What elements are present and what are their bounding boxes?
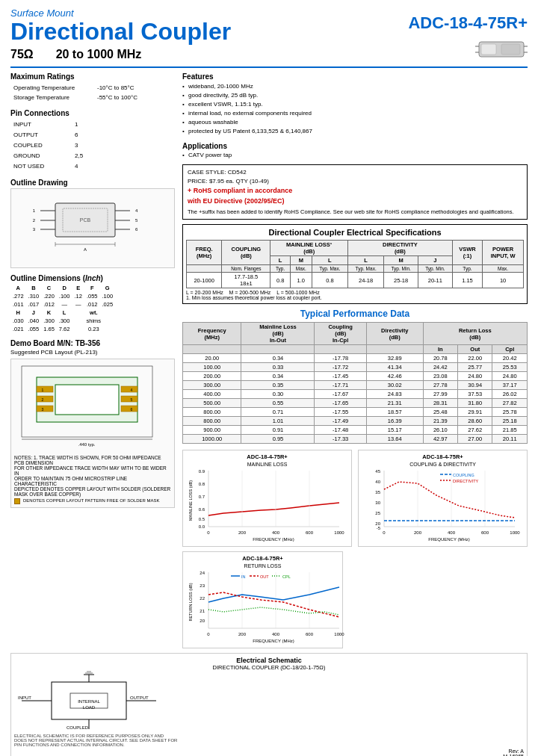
coupling-directivity-svg: 45 40 35 30 25 20 -5 0 200 400 600 1000 — [362, 467, 522, 542]
th-l1: L — [270, 256, 290, 265]
spec-freq: 20-1000 — [187, 273, 222, 288]
freq-range: 20 to 1000 MHz — [56, 48, 142, 61]
table-row: .011 .017 .012 — — .012 .025 — [10, 300, 115, 309]
applications-title: Applications — [182, 142, 528, 150]
svg-text:3: 3 — [33, 227, 36, 232]
svg-text:400: 400 — [272, 632, 280, 636]
outline-drawing-title: Outline Drawing — [10, 179, 175, 187]
svg-text:20: 20 — [200, 619, 205, 623]
svg-text:400: 400 — [272, 530, 280, 535]
svg-text:1000: 1000 — [510, 530, 520, 535]
table-row: 300.000.35-17.7130.0227.7830.9437.17 — [183, 381, 528, 390]
table-row: 1000.000.95-17.3313.6442.9727.0020.11 — [183, 435, 528, 444]
dim-j-label: J — [26, 309, 42, 317]
rohs-line1: + RoHS compliant in accordance — [188, 186, 522, 196]
pcb-legend: DENOTES COPPER LAYOUT PATTERN FREE OF SO… — [14, 498, 171, 504]
svg-text:45: 45 — [375, 469, 380, 474]
dim-g-label: G — [99, 284, 115, 292]
th-perf-empty2 — [241, 345, 315, 354]
electrical-schematic-box: Electrical Schematic DIRECTIONAL COUPLER… — [10, 653, 528, 756]
th-typm: Typ. Max. — [312, 265, 347, 273]
svg-text:INPUT: INPUT — [18, 695, 31, 700]
svg-text:200: 200 — [238, 632, 247, 636]
table-cell: 24.80 — [492, 372, 528, 381]
dim-e-label: E — [72, 284, 84, 292]
dim-h-label: H — [10, 309, 26, 317]
th-m1: M — [290, 256, 312, 265]
pin-notused-label: NOT USED — [12, 162, 72, 171]
pin-notused-val: 4 — [73, 162, 173, 171]
table-cell: 27.62 — [458, 426, 492, 435]
table-row: 200.000.34-17.4542.4623.0824.8024.80 — [183, 372, 528, 381]
svg-text:21: 21 — [200, 609, 205, 613]
table-cell: 25.48 — [423, 408, 457, 417]
left-column: Maximum Ratings Operating Temperature -1… — [10, 72, 175, 648]
svg-text:FREQUENCY (MHz): FREQUENCY (MHz) — [253, 639, 294, 643]
top-content: Maximum Ratings Operating Temperature -1… — [10, 72, 528, 648]
spec-dir-m: 25-18 — [384, 273, 418, 288]
list-item: excellent VSWR, 1.15:1 typ. — [182, 100, 528, 109]
table-row: 900.000.91-17.4815.1726.1027.6221.85 — [183, 426, 528, 435]
table-cell: 13.64 — [366, 435, 423, 444]
perf-title: Typical Performance Data — [182, 309, 528, 319]
schematic-svg: INTERNAL LOAD INPUT OUTPUT COUPLED — [14, 671, 164, 731]
list-item: aqueous washable — [182, 118, 528, 127]
dimensions-title: Outline Dimensions (Inch) — [10, 274, 175, 282]
svg-text:.440 typ.: .440 typ. — [78, 442, 95, 447]
svg-text:600: 600 — [481, 530, 489, 535]
table-cell: 900.00 — [183, 426, 241, 435]
svg-text:0: 0 — [383, 530, 386, 535]
table-cell: 16.39 — [366, 417, 423, 426]
table-row: 100.000.33-17.7241.3424.4225.7725.53 — [183, 363, 528, 372]
svg-text:200: 200 — [414, 530, 422, 535]
rl-in-line — [208, 587, 339, 602]
th-min: Typ. Min. — [384, 265, 418, 273]
dim-g-val: .100 — [99, 292, 115, 300]
pin-ground-label: GROUND — [12, 152, 72, 161]
svg-text:CPL: CPL — [282, 574, 291, 579]
table-cell: 21.39 — [423, 417, 457, 426]
th-perf-freq: Frequency(MHz) — [183, 323, 241, 345]
table-cell: -17.71 — [315, 381, 366, 390]
pin-connections-section: Pin Connections INPUT 1 OUTPUT 6 COUPLED… — [10, 109, 175, 173]
table-cell: 37.53 — [458, 390, 492, 399]
performance-table: Frequency(MHz) Mainline Loss(dB)In-Out C… — [182, 322, 528, 444]
dim-l-tol: 7.62 — [57, 325, 72, 333]
table-cell: -17.72 — [315, 363, 366, 372]
pin-output-val: 6 — [73, 131, 173, 140]
th-freq: FREQ.(MHz) — [187, 241, 222, 265]
svg-rect-27 — [55, 385, 119, 415]
rohs-note: The +suffix has been added to identify R… — [188, 208, 522, 216]
schematic-note: ELECTRICAL SCHEMATIC IS FOR REFERENCE PU… — [14, 734, 524, 747]
th-coupling-sub: Nom. Flanges — [222, 265, 270, 273]
dim-a-tol: .011 — [10, 300, 26, 309]
table-cell: 25.18 — [492, 417, 528, 426]
table-cell: 20.78 — [423, 354, 457, 363]
table-row: In Out Cpl — [183, 345, 528, 354]
spec-ml-l2: 0.8 — [312, 273, 347, 288]
dim-c-tol: .012 — [41, 300, 57, 309]
dim-d-val: .100 — [57, 292, 72, 300]
svg-rect-32 — [121, 396, 137, 402]
th-m2: M — [384, 256, 418, 265]
svg-text:2: 2 — [33, 218, 36, 223]
table-cell: -17.55 — [315, 408, 366, 417]
coupling-directivity-chart: ADC-18-4-75R+ COUPLING & DIRECTIVITY 45 … — [358, 450, 528, 547]
th-directivity: DIRECTIVITY(dB) — [348, 241, 453, 256]
th-l2: L — [312, 256, 347, 265]
svg-text:1: 1 — [42, 388, 44, 392]
th-perf-returnloss: Return Loss(dB) — [423, 323, 527, 345]
rl-chart-subtitle: RETURN LOSS — [186, 563, 339, 568]
th-rl-in: In — [423, 345, 457, 354]
svg-text:COUPLED: COUPLED — [67, 725, 89, 730]
table-row: 500.000.55-17.6521.3128.3131.8027.82 — [183, 399, 528, 408]
max-ratings-title: Maximum Ratings — [10, 72, 175, 81]
table-cell: 32.89 — [366, 354, 423, 363]
th-minj: Typ. Min. — [418, 265, 453, 273]
page: Surface Mount Directional Coupler 75Ω 20… — [0, 0, 538, 756]
table-row: Frequency(MHz) Mainline Loss(dB)In-Out C… — [183, 323, 528, 345]
charts-row-1: ADC-18-4-75R+ MAINLINE LOSS 0.9 0.8 0.7 … — [182, 450, 528, 547]
th-perf-empty4 — [366, 345, 423, 354]
svg-text:5: 5 — [135, 218, 138, 223]
component-image — [475, 36, 528, 62]
